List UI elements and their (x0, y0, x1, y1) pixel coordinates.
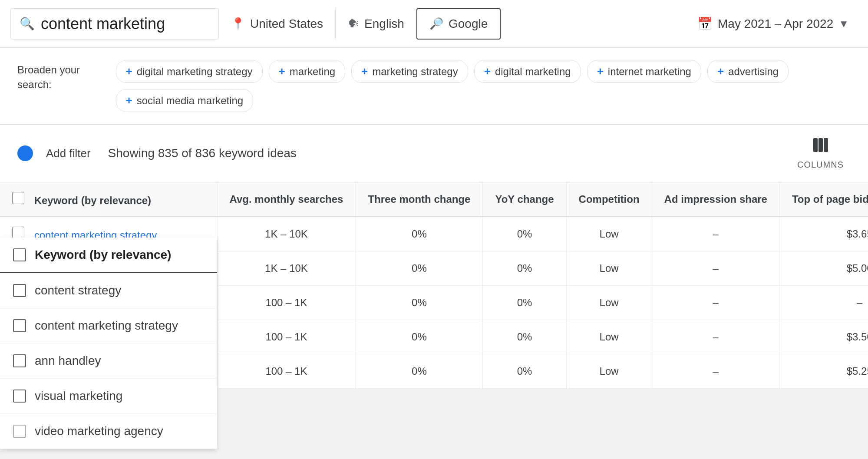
chip-advertising[interactable]: + advertising (707, 60, 789, 83)
location-filter[interactable]: 📍 United States (219, 8, 335, 40)
cell-ad-impression: – (652, 320, 779, 354)
cell-yoy: 0% (483, 354, 566, 389)
cell-three-month: 0% (356, 251, 483, 286)
select-all-checkbox[interactable] (12, 192, 24, 204)
language-label: English (364, 17, 404, 31)
cell-yoy: 0% (483, 286, 566, 320)
dropdown-item-label: content marketing strategy (35, 319, 178, 333)
cell-three-month: 0% (356, 320, 483, 354)
cell-competition: Low (566, 354, 652, 389)
source-icon: 🔎 (429, 17, 443, 30)
cell-yoy: 0% (483, 320, 566, 354)
cell-ad-impression: – (652, 251, 779, 286)
plus-icon: + (484, 65, 491, 78)
row-checkbox[interactable] (12, 227, 24, 239)
plus-icon: + (597, 65, 604, 78)
cell-competition: Low (566, 251, 652, 286)
chip-digital-marketing[interactable]: + digital marketing (474, 60, 581, 83)
dropdown-item-ann-handley[interactable]: ann handley (0, 343, 217, 379)
cell-top-bid: $5.25 (779, 354, 868, 389)
chip-label: digital marketing (495, 66, 571, 78)
columns-button[interactable]: COLUMNS (790, 133, 851, 173)
chip-label: advertising (728, 66, 779, 78)
columns-label: COLUMNS (797, 160, 844, 170)
cell-avg-monthly: 100 – 1K (217, 320, 356, 354)
chip-label: internet marketing (608, 66, 691, 78)
plus-icon: + (126, 94, 132, 107)
col-header-three-month: Three month change (356, 182, 483, 217)
col-header-top-bid: Top of page bid (low range) (779, 182, 868, 217)
col-header-competition: Competition (566, 182, 652, 217)
broaden-label: Broaden your search: (17, 60, 107, 92)
showing-count-text: Showing 835 of 836 keyword ideas (108, 146, 297, 160)
cell-avg-monthly: 100 – 1K (217, 286, 356, 320)
plus-icon: + (717, 65, 724, 78)
cell-top-bid: $5.00 (779, 251, 868, 286)
cell-ad-impression: – (652, 217, 779, 251)
cell-yoy: 0% (483, 251, 566, 286)
cell-competition: Low (566, 286, 652, 320)
dropdown-checkbox[interactable] (13, 425, 26, 438)
dropdown-header[interactable]: Keyword (by relevance) (0, 238, 217, 273)
col-header-avg-monthly: Avg. monthly searches (217, 182, 356, 217)
cell-three-month: 0% (356, 217, 483, 251)
table-toolbar: Add filter Showing 835 of 836 keyword id… (0, 125, 868, 182)
cell-top-bid: $3.65 (779, 217, 868, 251)
chip-digital-marketing-strategy[interactable]: + digital marketing strategy (116, 60, 263, 83)
col-header-ad-impression: Ad impression share (652, 182, 779, 217)
add-filter-button[interactable]: Add filter (46, 143, 91, 164)
svg-rect-1 (818, 138, 823, 152)
dropdown-item-content-strategy[interactable]: content strategy (0, 273, 217, 308)
language-filter[interactable]: 🗣 English (335, 8, 416, 40)
broaden-chips-container: + digital marketing strategy + marketing… (116, 60, 851, 112)
blue-dot-indicator (17, 145, 33, 161)
cell-competition: Low (566, 320, 652, 354)
source-filter[interactable]: 🔎 Google (416, 8, 501, 40)
dropdown-checkbox[interactable] (13, 284, 26, 297)
chip-label: social media marketing (137, 95, 243, 107)
cell-ad-impression: – (652, 354, 779, 389)
location-icon: 📍 (231, 17, 245, 30)
cell-avg-monthly: 1K – 10K (217, 217, 356, 251)
date-range: May 2021 – Apr 2022 (718, 17, 833, 31)
dropdown-checkbox[interactable] (13, 390, 26, 403)
cell-yoy: 0% (483, 217, 566, 251)
cell-avg-monthly: 100 – 1K (217, 354, 356, 389)
chip-marketing-strategy[interactable]: + marketing strategy (351, 60, 468, 83)
keyword-dropdown: Keyword (by relevance) content strategy … (0, 238, 217, 449)
main-content: Add filter Showing 835 of 836 keyword id… (0, 125, 868, 389)
dropdown-item-video-marketing-agency[interactable]: video marketing agency (0, 414, 217, 449)
chip-label: marketing strategy (372, 66, 458, 78)
chevron-down-icon: ▼ (838, 18, 849, 30)
location-label: United States (250, 17, 323, 31)
dropdown-item-label: visual marketing (35, 389, 122, 403)
col-header-keyword[interactable]: Keyword (by relevance) (0, 182, 217, 217)
dropdown-item-label: video marketing agency (35, 424, 163, 438)
dropdown-checkbox[interactable] (13, 354, 26, 367)
columns-icon (812, 137, 828, 157)
search-box[interactable]: 🔍 content marketing (10, 8, 219, 40)
cell-three-month: 0% (356, 354, 483, 389)
cell-top-bid: $3.50 (779, 320, 868, 354)
dropdown-item-content-marketing-strategy[interactable]: content marketing strategy (0, 308, 217, 343)
chip-social-media-marketing[interactable]: + social media marketing (116, 89, 254, 112)
chip-internet-marketing[interactable]: + internet marketing (587, 60, 701, 83)
cell-ad-impression: – (652, 286, 779, 320)
chip-label: marketing (290, 66, 335, 78)
dropdown-header-checkbox[interactable] (13, 248, 26, 261)
plus-icon: + (279, 65, 285, 78)
cell-top-bid: – (779, 286, 868, 320)
svg-rect-2 (824, 138, 828, 152)
chip-marketing[interactable]: + marketing (269, 60, 346, 83)
plus-icon: + (126, 65, 132, 78)
dropdown-item-visual-marketing[interactable]: visual marketing (0, 379, 217, 414)
svg-rect-0 (813, 138, 818, 152)
search-query: content marketing (41, 15, 165, 33)
dropdown-item-label: ann handley (35, 354, 101, 368)
search-icon: 🔍 (20, 17, 35, 31)
plus-icon: + (361, 65, 368, 78)
cell-avg-monthly: 1K – 10K (217, 251, 356, 286)
dropdown-checkbox[interactable] (13, 319, 26, 332)
cell-three-month: 0% (356, 286, 483, 320)
date-filter[interactable]: 📅 May 2021 – Apr 2022 ▼ (689, 8, 858, 40)
